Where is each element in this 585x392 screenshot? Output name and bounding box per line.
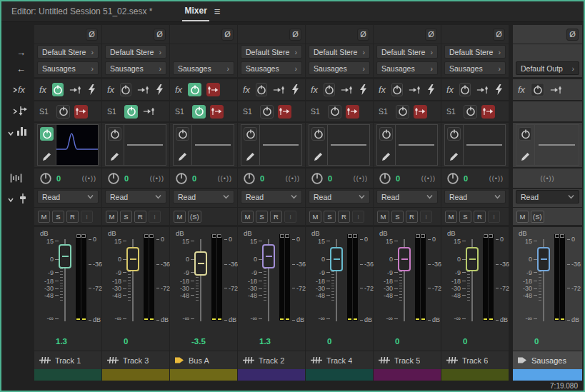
track-name[interactable]: Track 3 xyxy=(123,356,149,365)
automation-mode-dropdown[interactable]: Read xyxy=(309,190,370,203)
automation-mode-dropdown[interactable]: Read xyxy=(37,190,99,203)
eq-edit-pencil-icon[interactable] xyxy=(40,149,54,163)
send-power-button[interactable] xyxy=(124,105,138,119)
pan-value[interactable]: 0 xyxy=(56,174,61,183)
send-power-button[interactable] xyxy=(396,105,409,119)
fx-power-state-icon[interactable] xyxy=(426,83,436,96)
channel-button-m[interactable]: M xyxy=(445,211,457,223)
fx-power-button[interactable] xyxy=(459,83,471,96)
output-routing-dropdown[interactable]: Sausages› xyxy=(309,61,370,75)
clip-indicator[interactable] xyxy=(353,234,357,238)
eq-edit-pencil-icon[interactable] xyxy=(447,149,461,163)
automation-mode-dropdown[interactable]: Read xyxy=(173,190,234,203)
phase-invert-button[interactable]: Ø xyxy=(566,29,579,41)
volume-value[interactable]: 0 xyxy=(306,337,331,346)
volume-fader-handle[interactable] xyxy=(398,247,411,271)
clip-indicator[interactable] xyxy=(560,234,564,238)
pan-value[interactable]: 0 xyxy=(464,174,468,183)
eq-power-button[interactable] xyxy=(176,127,189,141)
prefader-icon[interactable] xyxy=(69,83,82,96)
channel-button-m[interactable]: M xyxy=(241,211,254,223)
pan-knob[interactable] xyxy=(107,172,120,185)
send-power-button[interactable] xyxy=(56,105,70,119)
channel-button-s[interactable]: S xyxy=(459,211,471,223)
channel-button-m[interactable]: M xyxy=(377,211,389,223)
output-routing-dropdown[interactable]: Sausages› xyxy=(37,61,99,75)
prefader-icon[interactable] xyxy=(340,83,354,96)
track-name[interactable]: Track 6 xyxy=(462,356,488,365)
eq-curve-thumbnail[interactable] xyxy=(464,125,505,165)
postfader-icon[interactable] xyxy=(346,105,359,119)
phase-invert-button[interactable]: Ø xyxy=(221,29,234,41)
channel-button-m[interactable]: M xyxy=(309,211,321,223)
output-routing-dropdown[interactable]: Sausages› xyxy=(173,61,234,75)
channel-button-r[interactable]: R xyxy=(474,211,486,223)
prefader-icon[interactable] xyxy=(142,105,156,119)
eq-curve-thumbnail[interactable] xyxy=(124,125,166,165)
channel-button-i[interactable]: I xyxy=(488,211,500,223)
eq-edit-pencil-icon[interactable] xyxy=(244,149,257,163)
prefader-icon[interactable] xyxy=(476,83,489,96)
fx-power-state-icon[interactable] xyxy=(155,83,164,96)
clip-indicator[interactable] xyxy=(285,234,289,238)
channel-button-m[interactable]: M xyxy=(106,211,118,223)
fx-section-collapse-chevron[interactable] xyxy=(12,84,18,96)
phase-invert-button[interactable]: Ø xyxy=(493,29,505,41)
postfader-icon[interactable] xyxy=(481,105,495,119)
volume-value[interactable]: 0 xyxy=(374,337,399,346)
channel-button-s[interactable]: S xyxy=(120,211,132,223)
tab-mixer[interactable]: Mixer xyxy=(182,1,209,21)
pan-knob[interactable] xyxy=(243,172,256,185)
input-routing-dropdown[interactable]: Default Stere› xyxy=(37,45,99,59)
channel-button-r[interactable]: R xyxy=(66,211,79,223)
input-routing-dropdown[interactable]: Default Stere› xyxy=(309,45,370,59)
channel-button-s[interactable]: S xyxy=(52,211,64,223)
eq-curve-thumbnail[interactable] xyxy=(328,125,369,165)
eq-power-button[interactable] xyxy=(108,127,121,141)
phase-invert-button[interactable]: Ø xyxy=(425,29,437,41)
track-name[interactable]: Track 1 xyxy=(55,356,81,365)
fx-power-state-icon[interactable] xyxy=(359,83,368,96)
channel-button-s[interactable]: S xyxy=(256,211,268,223)
phase-invert-button[interactable]: Ø xyxy=(357,29,369,41)
volume-fader-handle[interactable] xyxy=(262,244,275,268)
track-name[interactable]: Track 5 xyxy=(394,356,420,365)
eq-section-collapse-chevron[interactable] xyxy=(7,126,14,139)
eq-edit-pencil-icon[interactable] xyxy=(311,149,325,163)
output-routing-dropdown[interactable]: Sausages› xyxy=(376,61,438,75)
clip-indicator[interactable] xyxy=(217,234,221,238)
fx-power-state-icon[interactable] xyxy=(494,83,504,96)
fx-power-button[interactable] xyxy=(324,83,335,96)
eq-power-button[interactable] xyxy=(40,127,54,141)
sends-section-collapse-chevron[interactable] xyxy=(12,105,18,118)
pan-knob[interactable] xyxy=(379,172,391,185)
volume-value[interactable]: -3.5 xyxy=(170,337,206,346)
eq-curve-thumbnail[interactable] xyxy=(535,125,579,165)
volume-fader-handle[interactable] xyxy=(59,244,71,268)
channel-button-r[interactable]: R xyxy=(134,211,146,223)
pan-value[interactable]: 0 xyxy=(192,174,196,183)
channel-button-s[interactable]: (S) xyxy=(531,211,544,223)
eq-power-button[interactable] xyxy=(311,127,325,141)
eq-edit-pencil-icon[interactable] xyxy=(176,149,189,163)
channel-button-s[interactable]: (S) xyxy=(188,211,201,223)
send-power-button[interactable] xyxy=(260,105,274,119)
fx-power-button[interactable] xyxy=(531,83,544,96)
fx-power-button[interactable] xyxy=(188,83,201,96)
eq-edit-pencil-icon[interactable] xyxy=(108,149,121,163)
pan-value[interactable]: 0 xyxy=(260,174,264,183)
eq-curve-thumbnail[interactable] xyxy=(192,125,234,165)
send-power-button[interactable] xyxy=(192,105,206,119)
phase-invert-button[interactable]: Ø xyxy=(289,29,301,41)
fader-section-collapse-chevron[interactable] xyxy=(7,193,14,206)
eq-edit-pencil-icon[interactable] xyxy=(379,149,393,163)
volume-value[interactable]: 0 xyxy=(441,337,467,346)
volume-value[interactable]: 1.3 xyxy=(34,337,67,346)
tab-editor[interactable]: Editor: Untitled Session 51_02.sesx * xyxy=(11,6,152,16)
volume-fader-handle[interactable] xyxy=(537,247,550,271)
fx-power-button[interactable] xyxy=(391,83,403,96)
channel-button-i[interactable]: I xyxy=(352,211,364,223)
channel-button-s[interactable]: S xyxy=(391,211,404,223)
pan-knob[interactable] xyxy=(311,172,324,185)
eq-curve-thumbnail[interactable] xyxy=(396,125,437,165)
